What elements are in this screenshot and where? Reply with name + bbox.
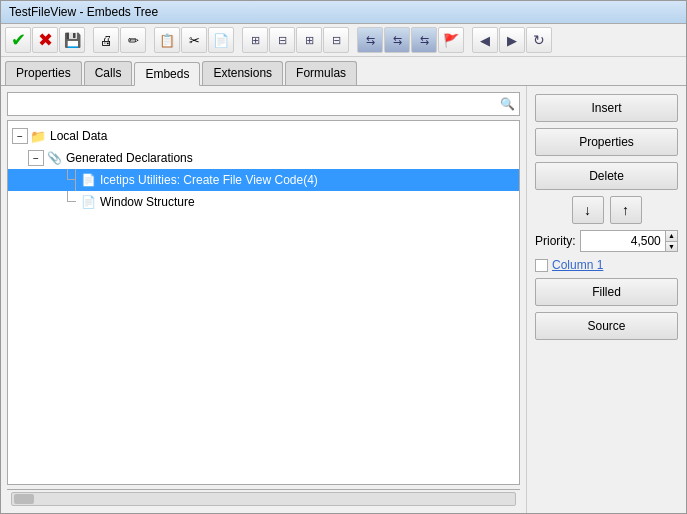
copy-btn[interactable]: 📋	[154, 27, 180, 53]
arrow-left-icon: ◀	[480, 33, 490, 48]
group-label: Generated Declarations	[66, 151, 193, 165]
priority-label: Priority:	[535, 234, 576, 248]
priority-input-wrap: ▲ ▼	[580, 230, 678, 252]
down-arrow-icon: ↓	[584, 202, 591, 218]
search-button[interactable]: 🔍	[497, 94, 517, 114]
source-button[interactable]: Source	[535, 312, 678, 340]
nav-btn-3[interactable]: ⇆	[411, 27, 437, 53]
tree-group-item[interactable]: − 📎 Generated Declarations	[8, 147, 519, 169]
cut-icon: ✂	[189, 33, 200, 48]
flag-btn[interactable]: 🚩	[438, 27, 464, 53]
group-toggle[interactable]: −	[28, 150, 44, 166]
spin-up-button[interactable]: ▲	[666, 231, 677, 242]
delete-button[interactable]: Delete	[535, 162, 678, 190]
column-label[interactable]: Column 1	[552, 258, 603, 272]
print-btn[interactable]: 🖨	[93, 27, 119, 53]
priority-input[interactable]	[581, 231, 665, 251]
check-icon: ✔	[11, 29, 26, 51]
left-panel: 🔍 − 📁 Local Data − 📎 Generated Declarati…	[1, 86, 526, 513]
nav1-icon: ⇆	[366, 34, 375, 47]
copy-icon: 📋	[159, 33, 175, 48]
tab-formulas[interactable]: Formulas	[285, 61, 357, 85]
save-btn[interactable]: 💾	[59, 27, 85, 53]
column-checkbox[interactable]	[535, 259, 548, 272]
detail-icon: ⊞	[305, 34, 314, 47]
move-down-button[interactable]: ↓	[572, 196, 604, 224]
toolbar-group-6: ◀ ▶ ↻	[472, 27, 552, 53]
cancel-btn[interactable]: ✖	[32, 27, 58, 53]
list-btn[interactable]: ⊟	[323, 27, 349, 53]
nav2-icon: ⇆	[393, 34, 402, 47]
main-window: TestFileView - Embeds Tree ✔ ✖ 💾 🖨 ✏	[0, 0, 687, 514]
arrow-left-btn[interactable]: ◀	[472, 27, 498, 53]
arrow-right-icon: ▶	[507, 33, 517, 48]
root-label: Local Data	[50, 129, 107, 143]
selected-item-label: Icetips Utilities: Create File View Code…	[100, 173, 318, 187]
paste-btn[interactable]: 📄	[208, 27, 234, 53]
right-panel: Insert Properties Delete ↓ ↑ Priority:	[526, 86, 686, 513]
search-input[interactable]	[10, 97, 497, 111]
tab-embeds[interactable]: Embeds	[134, 62, 200, 86]
sep-4	[351, 28, 355, 52]
arrow-buttons-group: ↓ ↑	[535, 196, 678, 224]
edit-icon: ✏	[128, 33, 139, 48]
flag-icon: 🚩	[443, 33, 459, 48]
arrow-right-btn[interactable]: ▶	[499, 27, 525, 53]
main-content: 🔍 − 📁 Local Data − 📎 Generated Declarati…	[1, 86, 686, 513]
cut-btn[interactable]: ✂	[181, 27, 207, 53]
list-icon: ⊟	[332, 34, 341, 47]
embed-item-icon: 📄	[80, 172, 96, 188]
search-bar: 🔍	[7, 92, 520, 116]
h-scrollbar-container	[7, 489, 520, 507]
toolbar: ✔ ✖ 💾 🖨 ✏ 📋 ✂	[1, 24, 686, 57]
refresh-icon: ↻	[533, 32, 545, 48]
toolbar-group-3: 📋 ✂ 📄	[154, 27, 234, 53]
tree-container[interactable]: − 📁 Local Data − 📎 Generated Declaration…	[7, 120, 520, 485]
print-icon: 🖨	[100, 33, 113, 48]
edit-btn[interactable]: ✏	[120, 27, 146, 53]
root-toggle[interactable]: −	[12, 128, 28, 144]
insert-button[interactable]: Insert	[535, 94, 678, 122]
sep-2	[148, 28, 152, 52]
toolbar-group-2: 🖨 ✏	[93, 27, 146, 53]
window-item-icon: 📄	[80, 194, 96, 210]
tab-properties[interactable]: Properties	[5, 61, 82, 85]
h-scroll-thumb[interactable]	[14, 494, 34, 504]
tab-calls[interactable]: Calls	[84, 61, 133, 85]
tree-selected-item[interactable]: 📄 Icetips Utilities: Create File View Co…	[8, 169, 519, 191]
check-btn[interactable]: ✔	[5, 27, 31, 53]
sep-5	[466, 28, 470, 52]
priority-row: Priority: ▲ ▼	[535, 230, 678, 252]
refresh-btn[interactable]: ↻	[526, 27, 552, 53]
sep-1	[87, 28, 91, 52]
expand-btn[interactable]: ⊞	[242, 27, 268, 53]
properties-button[interactable]: Properties	[535, 128, 678, 156]
nav-btn-1[interactable]: ⇆	[357, 27, 383, 53]
detail-btn[interactable]: ⊞	[296, 27, 322, 53]
tabs-bar: Properties Calls Embeds Extensions Formu…	[1, 57, 686, 86]
filled-button[interactable]: Filled	[535, 278, 678, 306]
expand-icon: ⊞	[251, 34, 260, 47]
spin-buttons: ▲ ▼	[665, 231, 677, 251]
window-title: TestFileView - Embeds Tree	[9, 5, 158, 19]
toolbar-group-5: ⇆ ⇆ ⇆ 🚩	[357, 27, 464, 53]
title-bar: TestFileView - Embeds Tree	[1, 1, 686, 24]
nav3-icon: ⇆	[420, 34, 429, 47]
h-scrollbar[interactable]	[11, 492, 516, 506]
nav-btn-2[interactable]: ⇆	[384, 27, 410, 53]
x-circle-icon: ✖	[38, 29, 53, 51]
spin-down-button[interactable]: ▼	[666, 242, 677, 252]
up-arrow-icon: ↑	[622, 202, 629, 218]
tree-root-item[interactable]: − 📁 Local Data	[8, 125, 519, 147]
folder-icon: 📁	[30, 128, 46, 144]
collapse-btn[interactable]: ⊟	[269, 27, 295, 53]
tree-child-item[interactable]: 📄 Window Structure	[8, 191, 519, 213]
search-icon: 🔍	[500, 97, 515, 111]
toolbar-group-1: ✔ ✖ 💾	[5, 27, 85, 53]
toolbar-group-4: ⊞ ⊟ ⊞ ⊟	[242, 27, 349, 53]
tab-extensions[interactable]: Extensions	[202, 61, 283, 85]
child-item-label: Window Structure	[100, 195, 195, 209]
column-row: Column 1	[535, 258, 678, 272]
move-up-button[interactable]: ↑	[610, 196, 642, 224]
collapse-icon: ⊟	[278, 34, 287, 47]
